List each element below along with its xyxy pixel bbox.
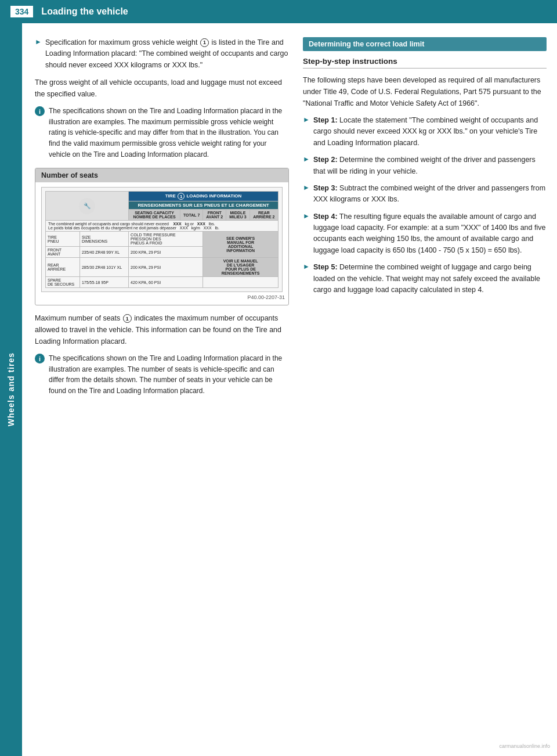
watermark: carmanualsonline.info xyxy=(499,743,550,749)
step-item-5: ► Step 5: Determine the combined weight … xyxy=(303,262,547,296)
bullet-arrow-1: ► xyxy=(35,38,42,46)
circle-1: 1 xyxy=(200,38,209,47)
seats-box: Number of seats 🔧 TIRE 1 LOADING INFORMA… xyxy=(35,168,289,305)
info-note-2: i The specifications shown on the Tire a… xyxy=(35,353,289,396)
info-note-1: i The specifications shown on the Tire a… xyxy=(35,106,289,160)
info-icon-2: i xyxy=(35,354,45,363)
section-subheading: Step-by-step instructions xyxy=(303,57,547,69)
right-column: Determining the correct load limit Step-… xyxy=(303,37,547,742)
image-label: P40.00-2207-31 xyxy=(35,294,288,301)
tire-table: 🔧 TIRE 1 LOADING INFORMATION RENSEIGNEME… xyxy=(45,191,278,288)
step-arrow-2: ► xyxy=(303,155,310,163)
step-item-4: ► Step 4: The resulting figure equals th… xyxy=(303,211,547,257)
step-text-5: Step 5: Determine the combined weight of… xyxy=(313,262,547,296)
step-arrow-4: ► xyxy=(303,212,310,220)
step-text-1: Step 1: Locate the statement "The combin… xyxy=(313,115,547,149)
seats-box-image: 🔧 TIRE 1 LOADING INFORMATION RENSEIGNEME… xyxy=(41,187,283,292)
tire-header-en: TIRE 1 LOADING INFORMATION xyxy=(129,192,278,201)
steps-list: ► Step 1: Locate the statement "The comb… xyxy=(303,115,547,296)
step-item-1: ► Step 1: Locate the statement "The comb… xyxy=(303,115,547,149)
info-text-2: The specifications shown on the Tire and… xyxy=(49,353,289,396)
info-icon-1: i xyxy=(35,106,45,116)
paragraph-2: Maximum number of seats 1 indicates the … xyxy=(35,312,289,347)
page-title: Loading the vehicle xyxy=(41,6,128,17)
left-column: ► Specification for maximum gross vehicl… xyxy=(35,37,289,742)
header-bar: 334 Loading the vehicle xyxy=(0,0,557,23)
page-number: 334 xyxy=(10,6,33,17)
step-text-2: Step 2: Determine the combined weight of… xyxy=(313,154,547,177)
seats-box-title: Number of seats xyxy=(35,168,288,182)
step-text-3: Step 3: Subtract the combined weight of … xyxy=(313,183,547,206)
sidebar-label: Wheels and tires xyxy=(0,23,22,756)
content-area: ► Specification for maximum gross vehicl… xyxy=(22,23,557,756)
info-text-1: The specifications shown on the Tire and… xyxy=(49,106,289,160)
sidebar-label-text: Wheels and tires xyxy=(6,352,16,426)
intro-paragraph: The following steps have been developed … xyxy=(303,74,547,109)
step-item-3: ► Step 3: Subtract the combined weight o… xyxy=(303,183,547,206)
step-arrow-3: ► xyxy=(303,183,310,192)
tire-header-fr: RENSEIGNEMENTS SUR LES PNEUS ET LE CHARG… xyxy=(129,201,278,210)
main-content: Wheels and tires ► Specification for max… xyxy=(0,23,557,756)
paragraph-1: The gross weight of all vehicle occupant… xyxy=(35,77,289,100)
determining-box: Determining the correct load limit xyxy=(303,37,547,51)
bullet-item-1: ► Specification for maximum gross vehicl… xyxy=(35,37,289,71)
circle-2: 1 xyxy=(123,314,132,323)
step-text-4: Step 4: The resulting figure equals the … xyxy=(313,211,547,257)
step-arrow-5: ► xyxy=(303,262,310,271)
step-arrow-1: ► xyxy=(303,116,310,124)
bullet-text-1: Specification for maximum gross vehicle … xyxy=(45,37,289,71)
step-item-2: ► Step 2: Determine the combined weight … xyxy=(303,154,547,177)
